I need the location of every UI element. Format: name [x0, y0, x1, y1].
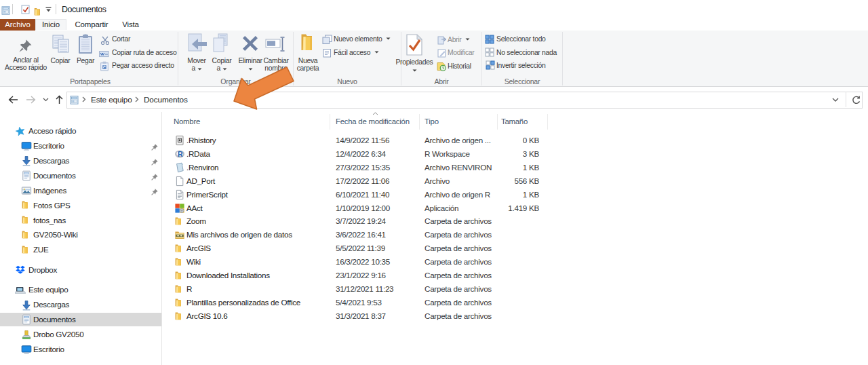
svg-text:R: R	[178, 150, 183, 158]
